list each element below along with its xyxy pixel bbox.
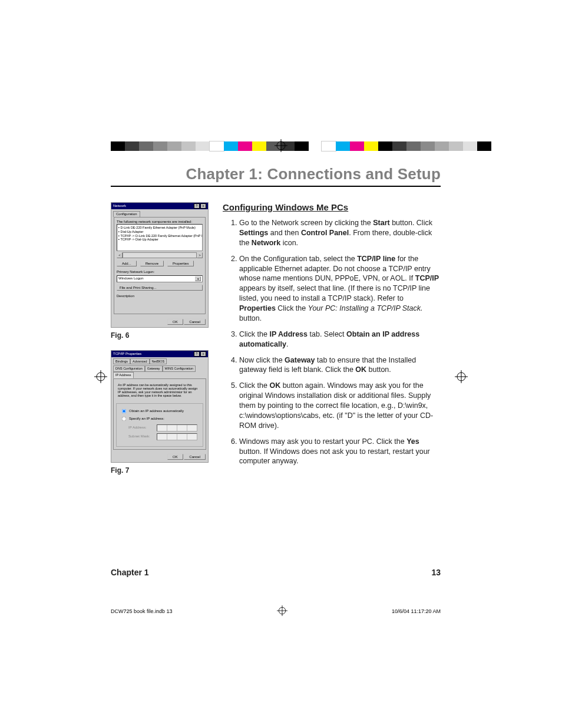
step-item: On the Configuration tab, select the TCP… — [239, 254, 441, 324]
tab-dns-configuration[interactable]: DNS Configuration — [113, 365, 145, 372]
registration-mark-icon — [94, 370, 107, 386]
ip-address-field[interactable] — [157, 424, 197, 431]
file-print-sharing-button[interactable]: File and Print Sharing... — [117, 285, 203, 291]
components-listbox[interactable]: ▪ D-Link DE-220 Family Ethernet Adapter … — [117, 224, 203, 251]
opt-obtain-auto-label: Obtain an IP address automatically — [129, 409, 184, 413]
figure-7-caption: Fig. 7 — [111, 466, 209, 475]
figure-6-caption: Fig. 6 — [111, 331, 209, 340]
color-bar-right — [322, 141, 491, 151]
step-item: Go to the Network screen by clicking the… — [239, 218, 441, 248]
dialog-title: Network — [113, 204, 126, 208]
subnet-mask-label: Subnet Mask: — [128, 434, 153, 439]
scroll-left-button[interactable]: < — [117, 252, 123, 258]
logon-dropdown[interactable]: Windows Logon ▾ — [117, 275, 203, 282]
remove-button[interactable]: Remove — [140, 261, 164, 266]
step-item: Windows may ask you to restart your PC. … — [239, 437, 441, 467]
dialog-title: TCP/IP Properties — [113, 352, 141, 356]
logon-value: Windows Logon — [118, 276, 144, 281]
help-icon[interactable]: ? — [194, 351, 200, 357]
steps-list: Go to the Network screen by clicking the… — [223, 218, 441, 466]
footer-page-number: 13 — [431, 568, 441, 577]
step-item: Click the OK button again. Windows may a… — [239, 381, 441, 430]
window-buttons: ?x — [194, 203, 206, 209]
close-icon[interactable]: x — [200, 351, 206, 357]
slug-line: DCW725 book file.indb 13 10/6/04 11:17:2… — [111, 605, 441, 617]
hint-text: An IP address can be automatically assig… — [116, 381, 203, 400]
registration-mark-icon — [277, 605, 287, 617]
slug-file: DCW725 book file.indb 13 — [111, 608, 173, 614]
add-button[interactable]: Add... — [117, 261, 137, 266]
section-heading: Configuring Windows Me PCs — [223, 202, 441, 212]
tab-netbios[interactable]: NetBIOS — [150, 358, 167, 365]
tab-configuration[interactable]: Configuration — [113, 211, 140, 217]
help-icon[interactable]: ? — [194, 203, 200, 209]
step-item: Now click the Gateway tab to ensure that… — [239, 355, 441, 375]
registration-mark-icon — [455, 370, 468, 386]
ok-button[interactable]: OK — [167, 454, 183, 460]
tab-advanced[interactable]: Advanced — [130, 358, 149, 365]
slug-timestamp: 10/6/04 11:17:20 AM — [392, 608, 441, 614]
scroll-right-button[interactable]: > — [197, 252, 203, 258]
tab-gateway[interactable]: Gateway — [145, 365, 163, 372]
footer-chapter: Chapter 1 — [111, 568, 149, 577]
step-item: Click the IP Address tab. Select Obtain … — [239, 330, 441, 350]
registration-mark-icon — [275, 139, 287, 154]
ip-address-label: IP Address: — [128, 426, 153, 430]
close-icon[interactable]: x — [200, 203, 206, 209]
chapter-title: Chapter 1: Connections and Setup — [111, 165, 441, 183]
opt-obtain-auto[interactable]: Obtain an IP address automatically — [120, 409, 184, 413]
description-label: Description — [117, 294, 203, 298]
opt-specify-label: Specify an IP address: — [129, 417, 164, 420]
logon-label: Primary Network Logon: — [117, 270, 203, 274]
components-label: The following network components are ins… — [117, 220, 203, 224]
chevron-down-icon: ▾ — [195, 276, 201, 281]
print-registration-row — [0, 137, 562, 158]
ok-button[interactable]: OK — [167, 319, 183, 325]
figure-6-network-dialog: Network ?x Configuration The following n… — [111, 202, 209, 328]
figure-7-tcpip-dialog: TCP/IP Properties ?x BindingsAdvancedNet… — [111, 350, 209, 463]
properties-button[interactable]: Properties — [167, 261, 194, 266]
title-rule — [111, 186, 441, 187]
opt-specify[interactable]: Specify an IP address: — [120, 417, 164, 420]
tab-wins-configuration[interactable]: WINS Configuration — [163, 365, 196, 372]
window-buttons: ?x — [194, 351, 206, 357]
cancel-button[interactable]: Cancel — [184, 319, 206, 325]
subnet-mask-field[interactable] — [157, 433, 197, 440]
cancel-button[interactable]: Cancel — [184, 454, 206, 460]
tab-ip-address[interactable]: IP Address — [113, 372, 134, 378]
tab-bindings[interactable]: Bindings — [113, 358, 130, 365]
